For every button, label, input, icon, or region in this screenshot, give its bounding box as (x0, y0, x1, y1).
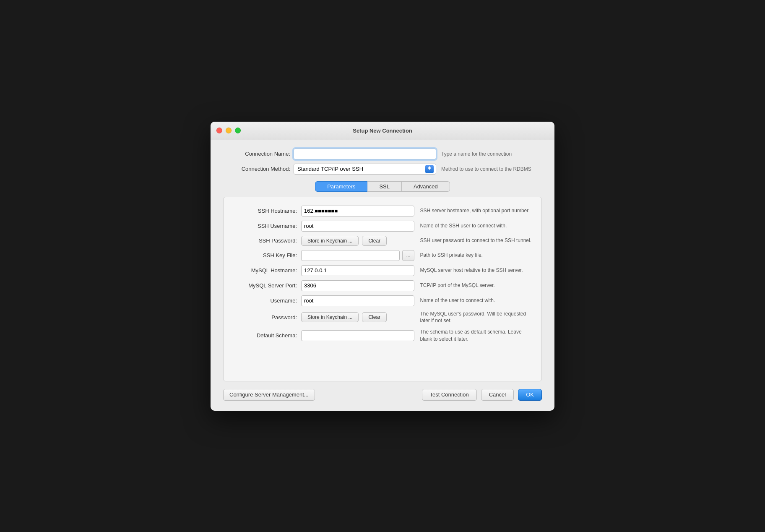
default-schema-hint: The schema to use as default schema. Lea… (420, 329, 533, 343)
bottom-right-buttons: Test Connection Cancel OK (422, 389, 542, 401)
tabs-bar: Parameters SSL Advanced (223, 181, 542, 192)
tab-ssl[interactable]: SSL (367, 181, 402, 192)
main-window: Setup New Connection Connection Name: Ty… (211, 122, 554, 411)
connection-method-label: Connection Method: (223, 166, 290, 172)
ssh-password-buttons: Store in Keychain ... Clear (301, 236, 414, 246)
connection-name-hint: Type a name for the connection (441, 151, 542, 157)
connection-method-hint: Method to use to connect to the RDBMS (441, 166, 542, 172)
password-hint: The MySQL user's password. Will be reque… (420, 310, 533, 325)
ssh-keyfile-hint: Path to SSH private key file. (420, 252, 533, 259)
ssh-hostname-control (301, 206, 414, 216)
mysql-port-row: MySQL Server Port: TCP/IP port of the My… (224, 280, 541, 291)
window-title: Setup New Connection (353, 128, 412, 134)
password-buttons: Store in Keychain ... Clear (301, 312, 414, 322)
store-keychain-button[interactable]: Store in Keychain ... (301, 312, 359, 322)
ssh-password-hint: SSH user password to connect to the SSH … (420, 237, 533, 244)
configure-server-button[interactable]: Configure Server Management... (223, 389, 315, 401)
keyfile-input-group: ... (301, 250, 414, 261)
minimize-button[interactable] (226, 128, 232, 133)
default-schema-control (301, 330, 414, 341)
cancel-button[interactable]: Cancel (481, 389, 514, 401)
ssh-hostname-label: SSH Hostname: (232, 208, 297, 214)
maximize-button[interactable] (235, 128, 241, 133)
username-row: Username: Name of the user to connect wi… (224, 295, 541, 306)
password-control: Store in Keychain ... Clear (301, 312, 414, 322)
ssh-clear-button[interactable]: Clear (362, 236, 387, 246)
tab-advanced[interactable]: Advanced (402, 181, 450, 192)
mysql-hostname-input[interactable] (301, 265, 414, 276)
ssh-keyfile-input[interactable] (301, 250, 400, 261)
ssh-username-label: SSH Username: (232, 223, 297, 229)
ssh-hostname-input[interactable] (301, 206, 414, 216)
ssh-username-hint: Name of the SSH user to connect with. (420, 222, 533, 229)
ssh-username-input[interactable] (301, 221, 414, 232)
connection-name-row: Connection Name: Type a name for the con… (223, 149, 542, 159)
default-schema-row: Default Schema: The schema to use as def… (224, 329, 541, 343)
title-bar: Setup New Connection (211, 122, 554, 140)
content-panel: SSH Hostname: SSH server hostname, with … (223, 197, 542, 381)
bottom-bar: Configure Server Management... Test Conn… (223, 389, 542, 401)
mysql-port-input[interactable] (301, 280, 414, 291)
mysql-port-hint: TCP/IP port of the MySQL server. (420, 282, 533, 289)
connection-name-input[interactable] (294, 149, 436, 159)
mysql-hostname-control (301, 265, 414, 276)
default-schema-label: Default Schema: (232, 332, 297, 339)
ssh-keyfile-browse-button[interactable]: ... (402, 250, 414, 261)
tab-parameters[interactable]: Parameters (315, 181, 367, 192)
password-label: Password: (232, 314, 297, 321)
username-label: Username: (232, 297, 297, 304)
ssh-password-row: SSH Password: Store in Keychain ... Clea… (224, 236, 541, 246)
ssh-keyfile-row: SSH Key File: ... Path to SSH private ke… (224, 250, 541, 261)
ssh-hostname-hint: SSH server hostname, with optional port … (420, 207, 533, 214)
ssh-username-control (301, 221, 414, 232)
traffic-lights (216, 128, 241, 133)
connection-method-wrapper: Standard (TCP/IP) Standard TCP/IP over S… (294, 164, 436, 175)
ssh-store-keychain-button[interactable]: Store in Keychain ... (301, 236, 359, 246)
username-hint: Name of the user to connect with. (420, 297, 533, 304)
connection-method-select[interactable]: Standard (TCP/IP) Standard TCP/IP over S… (294, 164, 436, 175)
ssh-keyfile-label: SSH Key File: (232, 252, 297, 258)
test-connection-button[interactable]: Test Connection (422, 389, 477, 401)
ssh-password-label: SSH Password: (232, 237, 297, 244)
mysql-hostname-row: MySQL Hostname: MySQL server host relati… (224, 265, 541, 276)
default-schema-input[interactable] (301, 330, 414, 341)
username-control (301, 295, 414, 306)
top-fields: Connection Name: Type a name for the con… (223, 149, 542, 175)
ssh-username-row: SSH Username: Name of the SSH user to co… (224, 221, 541, 232)
mysql-hostname-hint: MySQL server host relative to the SSH se… (420, 267, 533, 274)
password-row: Password: Store in Keychain ... Clear Th… (224, 310, 541, 325)
close-button[interactable] (216, 128, 222, 133)
clear-button[interactable]: Clear (362, 312, 387, 322)
ok-button[interactable]: OK (518, 389, 542, 401)
mysql-hostname-label: MySQL Hostname: (232, 267, 297, 274)
username-input[interactable] (301, 295, 414, 306)
ssh-password-control: Store in Keychain ... Clear (301, 236, 414, 246)
ssh-keyfile-control: ... (301, 250, 414, 261)
window-body: Connection Name: Type a name for the con… (211, 140, 554, 411)
mysql-port-label: MySQL Server Port: (232, 282, 297, 289)
mysql-port-control (301, 280, 414, 291)
connection-method-row: Connection Method: Standard (TCP/IP) Sta… (223, 164, 542, 175)
connection-name-label: Connection Name: (223, 151, 290, 157)
ssh-hostname-row: SSH Hostname: SSH server hostname, with … (224, 206, 541, 216)
